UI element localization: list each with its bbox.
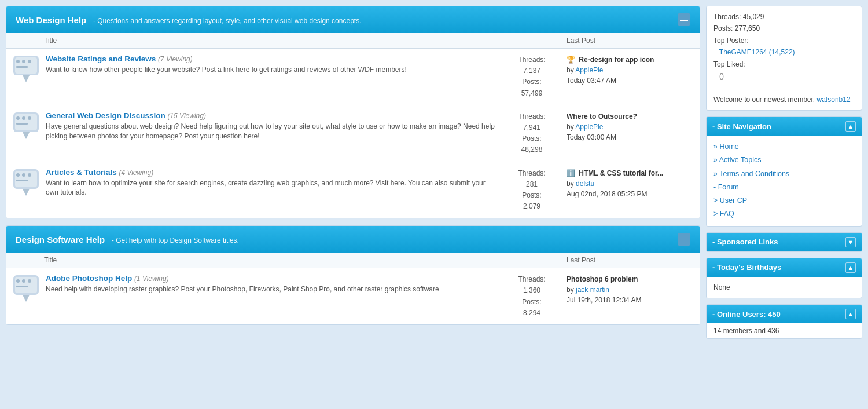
birthdays-panel: - Today's Birthdays ▲ None — [706, 258, 862, 298]
sponsored-links-title: - Sponsored Links — [712, 238, 778, 246]
online-users-panel: - Online Users: 450 ▲ 14 members and 436 — [706, 304, 862, 339]
svg-point-10 — [22, 116, 25, 120]
svg-point-25 — [28, 279, 31, 283]
svg-point-4 — [28, 60, 31, 63]
forum-icon — [12, 274, 40, 302]
design-software-header-text: Design Software Help - Get help with top… — [16, 235, 239, 244]
col-title-label: Title — [12, 36, 567, 45]
svg-rect-12 — [16, 123, 28, 125]
birthdays-header: - Today's Birthdays ▲ — [707, 258, 862, 277]
online-users-header: - Online Users: 450 ▲ — [707, 305, 862, 323]
col-lastpost-label: Last Post — [567, 256, 694, 264]
forum-info: Adobe Photoshop Help (1 Viewing) Need he… — [46, 274, 497, 294]
sponsored-links-expand-button[interactable]: ▼ — [845, 237, 856, 247]
lastpost-info-icon: ℹ️ — [567, 168, 575, 178]
lastpost-user-link[interactable]: ApplePie — [575, 66, 603, 74]
nav-item-faq[interactable]: > FAQ — [713, 207, 855, 221]
site-navigation-body: » Home » Active Topics » Terms and Condi… — [707, 136, 862, 226]
svg-marker-6 — [23, 75, 30, 82]
forum-viewing: (1 Viewing) — [134, 275, 169, 283]
lastpost-user-link[interactable]: delstu — [576, 180, 594, 188]
forum-lastpost: 🏆 Re-design for app icon by ApplePie Tod… — [567, 54, 694, 86]
forum-stats: Threads: 281 Posts: 2,079 — [497, 168, 567, 213]
online-users-title: - Online Users: 450 — [712, 310, 781, 319]
site-navigation-title: - Site Navigation — [712, 122, 771, 131]
forum-title-link[interactable]: Adobe Photoshop Help — [46, 274, 132, 283]
forum-row: Website Ratings and Reviews (7 Viewing) … — [6, 49, 700, 105]
svg-point-17 — [22, 173, 25, 177]
top-poster-link[interactable]: TheGAME1264 (14,522) — [719, 48, 795, 56]
col-lastpost-label: Last Post — [567, 36, 694, 45]
nav-item-forum[interactable]: - Forum — [713, 181, 855, 194]
svg-marker-13 — [23, 132, 30, 139]
svg-point-23 — [16, 279, 20, 283]
forum-viewing: (7 Viewing) — [158, 55, 193, 63]
forum-lastpost: Photoshop 6 problem by jack martin Jul 1… — [567, 274, 694, 305]
svg-rect-5 — [16, 66, 28, 68]
lastpost-time: Jul 19th, 2018 12:34 AM — [567, 296, 641, 304]
forum-viewing: (15 Viewing) — [167, 112, 205, 120]
design-software-desc: - Get help with top Design Software titl… — [112, 236, 239, 244]
nav-item-user-cp[interactable]: > User CP — [713, 194, 855, 207]
forum-stats: Threads: 1,360 Posts: 8,294 — [497, 274, 567, 319]
lastpost-time: Today 03:47 AM — [567, 76, 616, 85]
web-design-section: Web Design Help - Questions and answers … — [6, 6, 700, 218]
birthdays-title: - Today's Birthdays — [712, 263, 781, 272]
birthdays-content: None — [713, 283, 730, 291]
svg-point-3 — [22, 60, 25, 63]
forum-title-link[interactable]: General Web Design Discussion — [46, 111, 165, 120]
lastpost-title: Where to Outsource? — [567, 112, 637, 120]
online-users-body: 14 members and 436 — [707, 323, 862, 338]
nav-item-terms[interactable]: » Terms and Conditions — [713, 167, 855, 181]
svg-point-2 — [16, 60, 20, 63]
svg-point-16 — [16, 173, 20, 177]
threads-count: 45,029 — [743, 13, 764, 21]
forum-icon — [12, 54, 40, 82]
site-navigation-expand-button[interactable]: ▲ — [845, 121, 856, 132]
forum-icon — [12, 111, 40, 139]
forum-info: Website Ratings and Reviews (7 Viewing) … — [46, 54, 497, 75]
birthdays-expand-button[interactable]: ▲ — [845, 262, 856, 273]
web-design-col-headers: Title Last Post — [6, 33, 700, 49]
forum-row: Articles & Tutorials (4 Viewing) Want to… — [6, 162, 700, 218]
design-software-title: Design Software Help — [16, 235, 105, 244]
lastpost-trophy-icon: 🏆 — [567, 54, 575, 65]
forum-desc: Want to learn how to optimize your site … — [46, 178, 497, 198]
lastpost-user-link[interactable]: ApplePie — [575, 123, 603, 131]
design-software-header: Design Software Help - Get help with top… — [6, 226, 700, 253]
lastpost-user-link[interactable]: jack martin — [576, 286, 609, 294]
forum-title-link[interactable]: Articles & Tutorials — [46, 168, 117, 177]
forum-desc: Need help with developing raster graphic… — [46, 284, 497, 294]
lastpost-time: Today 03:00 AM — [567, 133, 616, 141]
site-navigation-header: - Site Navigation ▲ — [707, 117, 862, 136]
members-text: 14 members and 436 — [713, 327, 779, 335]
forum-viewing: (4 Viewing) — [119, 169, 153, 177]
svg-point-9 — [16, 116, 20, 120]
forum-stats: Threads: 7,941 Posts: 48,298 — [497, 111, 567, 156]
web-design-collapse-button[interactable]: — — [678, 13, 690, 26]
svg-point-18 — [28, 173, 31, 177]
svg-marker-27 — [23, 295, 30, 302]
lastpost-title: Photoshop 6 problem — [567, 275, 638, 283]
forum-stats: Threads: 7,137 Posts: 57,499 — [497, 54, 567, 99]
nav-item-home[interactable]: » Home — [713, 140, 855, 154]
newest-member-link[interactable]: watsonb12 — [817, 96, 851, 104]
forum-title-link[interactable]: Website Ratings and Reviews — [46, 54, 156, 63]
forum-row: Adobe Photoshop Help (1 Viewing) Need he… — [6, 268, 700, 324]
nav-item-active-topics[interactable]: » Active Topics — [713, 154, 855, 167]
svg-rect-26 — [16, 286, 28, 287]
col-title-label: Title — [12, 256, 567, 264]
top-liked-label: Top Liked: — [713, 60, 745, 68]
top-liked-value: () — [719, 72, 724, 80]
web-design-title: Web Design Help — [16, 15, 86, 25]
forum-info: General Web Design Discussion (15 Viewin… — [46, 111, 497, 141]
design-software-collapse-button[interactable]: — — [678, 233, 690, 246]
design-software-section: Design Software Help - Get help with top… — [6, 225, 700, 325]
stats-panel-body: Threads: 45,029 Posts: 277,650 Top Poste… — [707, 6, 862, 110]
top-poster-label: Top Poster: — [713, 36, 749, 45]
web-design-desc: - Questions and answers regarding layout… — [93, 17, 362, 25]
design-software-col-headers: Title Last Post — [6, 253, 700, 268]
forum-lastpost: ℹ️ HTML & CSS tutorial for... by delstu … — [567, 168, 694, 199]
svg-point-24 — [22, 279, 25, 283]
online-users-expand-button[interactable]: ▲ — [845, 309, 856, 319]
